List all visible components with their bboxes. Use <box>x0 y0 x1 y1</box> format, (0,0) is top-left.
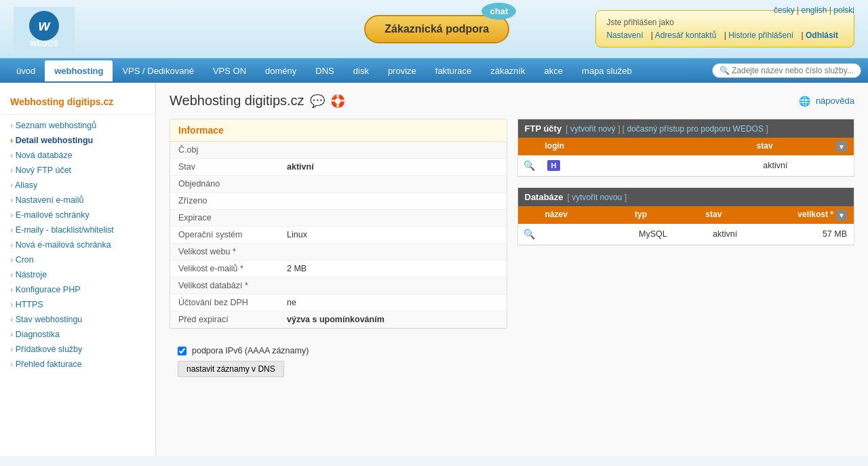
nav-dns[interactable]: DNS <box>306 60 343 81</box>
db-name-col-header: název <box>538 206 628 224</box>
header: w WEDOS chat Zákaznická podpora Jste při… <box>0 0 868 58</box>
db-size-cell: 57 MB <box>780 227 854 241</box>
chat-bubble: chat <box>481 3 516 20</box>
db-stav-col-header: stav <box>698 206 769 224</box>
db-size-col-header: velikost * <box>770 206 840 224</box>
val-vel-db <box>279 277 507 294</box>
nav-fakturace[interactable]: fakturace <box>426 60 481 81</box>
page-header: Webhosting digitips.cz 💬 🛟 🌐 nápověda <box>170 93 854 109</box>
nav-provize[interactable]: provize <box>378 60 426 81</box>
sidebar-item-cron[interactable]: Cron <box>0 252 155 267</box>
table-row: Účtování bez DPH ne <box>170 294 507 311</box>
db-title: Databáze <box>525 192 564 202</box>
sidebar-item-nova-schranka[interactable]: Nová e-mailová schránka <box>0 237 155 252</box>
ftp-login-col-header: login <box>538 138 690 155</box>
sidebar-item-blacklist[interactable]: E-maily - blacklist/whitelist <box>0 222 155 237</box>
nav-uvod[interactable]: úvod <box>7 60 45 81</box>
search-input[interactable] <box>732 66 854 75</box>
sidebar-item-konfigurace-php[interactable]: Konfigurace PHP <box>0 282 155 297</box>
sidebar-item-nastroje[interactable]: Nástroje <box>0 267 155 282</box>
table-row: Zřízeno <box>170 193 507 210</box>
val-c-obj <box>279 142 507 159</box>
nav-search-box: 🔍 <box>712 63 861 78</box>
nav-vps-dedikovane[interactable]: VPS / Dedikované <box>113 60 203 81</box>
sidebar-item-schranky[interactable]: E-mailové schránky <box>0 208 155 222</box>
adresar-link[interactable]: Adresář kontaktů <box>655 31 717 40</box>
svg-text:w: w <box>38 17 51 34</box>
sidebar-item-detail[interactable]: Detail webhostingu <box>0 133 155 148</box>
main-area: Webhosting digitips.cz 💬 🛟 🌐 nápověda In… <box>156 83 868 456</box>
db-sort-icon[interactable]: ▼ <box>836 210 847 220</box>
ftp-table-header: login stav ▼ <box>518 138 854 155</box>
label-dph: Účtování bez DPH <box>170 294 279 311</box>
db-links: [ vytvořit novou ] <box>568 192 627 202</box>
ftp-header: FTP účty [ vytvořit nový ] [ dočasný pří… <box>518 119 854 138</box>
label-expir: Před expirací <box>170 311 279 328</box>
nav-disk[interactable]: disk <box>344 60 378 81</box>
svg-text:WEDOS: WEDOS <box>30 39 58 47</box>
db-new-link[interactable]: vytvořit novou <box>572 193 622 202</box>
lang-polski[interactable]: polski <box>833 5 854 15</box>
info-section: Informace Č.obj Stav aktivní <box>170 119 507 384</box>
sidebar-item-fakturace[interactable]: Přehled fakturace <box>0 357 155 372</box>
support-button-area: chat Zákaznická podpora <box>364 15 509 43</box>
user-panel: Jste přihlášen jako Nastavení | Adresář … <box>595 10 854 47</box>
dns-btn[interactable]: nastavit záznamy v DNS <box>178 361 284 377</box>
support-button[interactable]: Zákaznická podpora <box>364 15 509 43</box>
nav-vps-on[interactable]: VPS ON <box>203 60 256 81</box>
user-title-label: Jste přihlášen jako <box>606 18 844 27</box>
ftp-sort-icon[interactable]: ▼ <box>836 141 847 152</box>
main-nav: úvod webhosting VPS / Dedikované VPS ON … <box>0 58 868 83</box>
odhlasit-link[interactable]: Odhlásit <box>806 31 838 40</box>
val-zrizeno <box>279 193 507 210</box>
db-sort-header: ▼ <box>840 206 854 224</box>
sidebar-item-pridatkove[interactable]: Přídatkové služby <box>0 342 155 357</box>
ipv6-checkbox[interactable] <box>178 347 186 355</box>
lang-česky[interactable]: česky <box>774 5 795 15</box>
nav-webhosting[interactable]: webhosting <box>45 60 113 81</box>
db-header: Databáze [ vytvořit novou ] <box>518 188 854 206</box>
sidebar-item-nastaveni-email[interactable]: Nastavení e-mailů <box>0 193 155 208</box>
nav-zakaznik[interactable]: zákazník <box>481 60 534 81</box>
label-expirace: Expirace <box>170 210 279 227</box>
info-table: Č.obj Stav aktivní Objednáno <box>170 142 507 328</box>
sidebar-item-novy-ftp[interactable]: Nový FTP účet <box>0 163 155 178</box>
label-vel-webu: Velikost webu * <box>170 244 279 260</box>
ftp-stav-cell: aktivní <box>697 159 854 172</box>
db-name-cell <box>538 232 633 236</box>
two-col-layout: Informace Č.obj Stav aktivní <box>170 119 854 384</box>
ftp-row: 🔍 H aktivní <box>518 155 854 176</box>
val-objednano <box>279 176 507 193</box>
db-type-col-header: typ <box>628 206 698 224</box>
db-row: 🔍 MySQL aktivní 57 MB <box>518 224 854 245</box>
historie-link[interactable]: Historie přihlášení <box>728 31 793 40</box>
ftp-new-link[interactable]: vytvořit nový <box>570 124 616 134</box>
sidebar-item-https[interactable]: HTTPS <box>0 297 155 312</box>
label-vel-email: Velikost e-mailů * <box>170 260 279 277</box>
sidebar-item-seznam[interactable]: Seznam webhostingů <box>0 118 155 133</box>
val-stav: aktivní <box>279 159 507 176</box>
sidebar: Webhosting digitips.cz Seznam webhosting… <box>0 83 156 456</box>
ftp-row-search-icon: 🔍 <box>518 158 540 173</box>
ftp-sort-header: ▼ <box>840 138 854 155</box>
nav-mapa-sluzeb[interactable]: mapa služeb <box>572 60 642 81</box>
sidebar-item-stav[interactable]: Stav webhostingu <box>0 312 155 327</box>
db-type-cell: MySQL <box>632 227 706 241</box>
nav-akce[interactable]: akce <box>535 60 572 81</box>
sidebar-item-nova-db[interactable]: Nová databáze <box>0 148 155 163</box>
label-os: Operační systém <box>170 227 279 244</box>
sidebar-item-aliasy[interactable]: Aliasy <box>0 178 155 193</box>
label-vel-db: Velikost databází * <box>170 277 279 294</box>
db-search-col-header <box>518 206 538 224</box>
sidebar-item-diagnostika[interactable]: Diagnostika <box>0 327 155 342</box>
nav-domeny[interactable]: domény <box>256 60 306 81</box>
table-row: Stav aktivní <box>170 159 507 176</box>
val-os: Linux <box>279 227 507 244</box>
db-table-header: název typ stav velikost * ▼ <box>518 206 854 224</box>
nastaveni-link[interactable]: Nastavení <box>606 31 643 40</box>
ipv6-checkbox-row: podpora IPv6 (AAAA záznamy) <box>178 346 499 355</box>
label-stav: Stav <box>170 159 279 176</box>
napoveda-link[interactable]: 🌐 nápověda <box>799 96 854 106</box>
ftp-temp-link[interactable]: dočasný přístup pro podporu WEDOS <box>627 124 764 134</box>
lang-english[interactable]: english <box>801 5 827 15</box>
